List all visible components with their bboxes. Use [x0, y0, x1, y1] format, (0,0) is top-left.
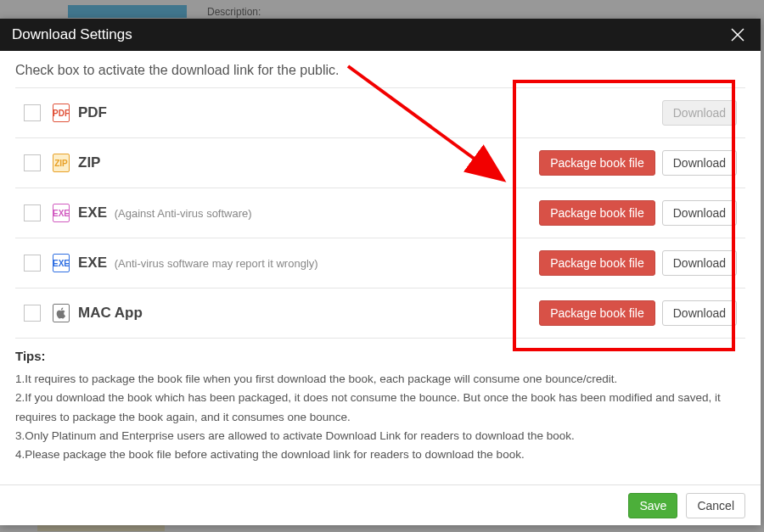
close-button[interactable] [728, 25, 747, 44]
download-button-zip[interactable]: Download [662, 150, 737, 176]
package-button-mac[interactable]: Package book file [539, 300, 655, 326]
download-button-exe1[interactable]: Download [662, 200, 737, 226]
tip-text: 1.It requires to package the book file w… [15, 370, 745, 389]
apple-icon [53, 304, 70, 322]
tips-heading: Tips: [15, 349, 745, 363]
tip-text: 4.Please package the book file before ac… [15, 445, 745, 464]
format-label: EXE (Anti-virus software may report it w… [78, 255, 318, 272]
download-options-list: PDF PDF Download ZIP ZIP Package book fi… [15, 87, 745, 339]
package-button-exe1[interactable]: Package book file [539, 200, 655, 226]
option-row-exe-wrongly: EXE EXE (Anti-virus software may report … [15, 238, 745, 288]
download-button-pdf[interactable]: Download [662, 100, 737, 126]
tips-section: Tips: 1.It requires to package the book … [15, 349, 745, 464]
zip-icon: ZIP [53, 154, 70, 172]
format-label: PDF [78, 104, 107, 121]
tip-text: 2.If you download the book which has bee… [15, 389, 745, 427]
pdf-icon: PDF [53, 104, 70, 122]
modal-body: Check box to activate the download link … [0, 51, 761, 484]
download-settings-modal: Download Settings Check box to activate … [0, 19, 761, 525]
checkbox-mac[interactable] [24, 305, 41, 322]
download-button-mac[interactable]: Download [662, 300, 737, 326]
option-row-zip: ZIP ZIP Package book file Download [15, 138, 745, 188]
package-button-exe2[interactable]: Package book file [539, 250, 655, 276]
checkbox-exe2[interactable] [24, 255, 41, 272]
format-label: MAC App [78, 305, 143, 322]
save-button[interactable]: Save [628, 493, 677, 518]
option-row-mac: MAC App Package book file Download [15, 288, 745, 339]
exe-icon: EXE [53, 204, 70, 222]
format-label: ZIP [78, 154, 100, 171]
modal-footer: Save Cancel [0, 484, 761, 525]
checkbox-exe1[interactable] [24, 204, 41, 221]
format-label: EXE (Against Anti-virus software) [78, 204, 252, 221]
tip-text: 3.Only Platinum and Enterprise users are… [15, 427, 745, 445]
close-icon [729, 26, 746, 43]
instruction-text: Check box to activate the download link … [15, 63, 745, 78]
checkbox-pdf[interactable] [24, 104, 41, 121]
format-note: (Against Anti-virus software) [115, 207, 252, 220]
modal-title: Download Settings [12, 26, 132, 43]
exe-icon: EXE [53, 254, 70, 272]
option-row-pdf: PDF PDF Download [15, 87, 745, 138]
cancel-button[interactable]: Cancel [686, 493, 745, 518]
package-button-zip[interactable]: Package book file [539, 150, 655, 176]
modal-header: Download Settings [0, 19, 761, 51]
download-button-exe2[interactable]: Download [662, 250, 737, 276]
format-note: (Anti-virus software may report it wrong… [115, 257, 318, 270]
option-row-exe-against: EXE EXE (Against Anti-virus software) Pa… [15, 188, 745, 238]
checkbox-zip[interactable] [24, 154, 41, 171]
